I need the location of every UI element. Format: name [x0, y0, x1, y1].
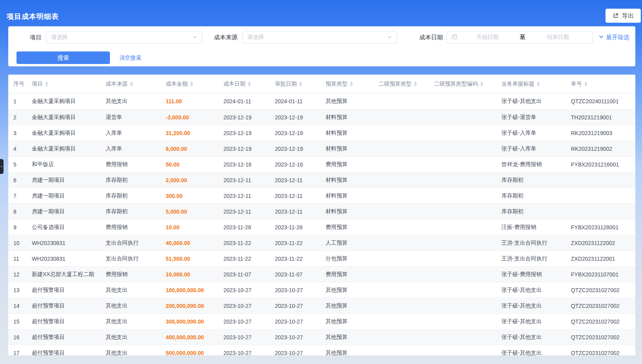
column-header-cost-date[interactable]: 成本日期 [223, 80, 275, 88]
cell-amount: 200,000,000.00 [166, 303, 223, 309]
drawer-toggle-handle[interactable]: ◂ [0, 159, 4, 174]
column-header-label: 业务单据标题 [501, 80, 534, 88]
sort-icon[interactable] [350, 82, 353, 86]
table-row[interactable]: 12新建XX总部大厦工程二期费用报销10,000.002023-11-07202… [8, 266, 635, 282]
cell-doc-title: 王洪-支出合同执行 [501, 240, 571, 247]
cell-approval-date: 2023-11-22 [275, 256, 326, 262]
cell-budget-type: 材料预算 [326, 192, 379, 199]
chevron-down-icon [192, 34, 197, 41]
table-row[interactable]: 4金融大厦采购项目入库单6,000.002023-12-192023-12-19… [8, 141, 635, 156]
column-header-index: 序号 [13, 80, 32, 88]
table-row[interactable]: 17超付预警项目其他支出500,000,000.002023-10-272023… [8, 345, 635, 355]
column-header-project[interactable]: 项目 [32, 80, 106, 88]
cell-index: 7 [13, 193, 32, 199]
cell-doc-no: TH20231219001 [571, 114, 635, 121]
cell-cost-date: 2023-11-22 [223, 256, 275, 262]
cell-budget-type: 其他预算 [326, 287, 379, 294]
cell-index: 6 [13, 177, 32, 183]
table-row[interactable]: 16超付预警项目其他支出400,000,000.002023-10-272023… [8, 329, 635, 345]
table-row[interactable]: 5和平饭店费用报销50.002023-12-162023-12-16费用预算曾祥… [8, 156, 635, 172]
cell-amount: 300,000,000.00 [166, 318, 223, 325]
table-row[interactable]: 15超付预警项目其他支出300,000,000.002023-10-272023… [8, 313, 635, 329]
clear-search-link[interactable]: 清空搜索 [119, 51, 141, 64]
cell-approval-date: 2023-10-27 [275, 287, 326, 293]
table-row[interactable]: 1金融大厦采购项目其他支出111.002024-01-112024-01-11其… [8, 93, 635, 109]
table-row[interactable]: 3金融大厦采购项目入库单31,200.002023-12-192023-12-1… [8, 125, 635, 141]
sort-icon[interactable] [480, 82, 483, 86]
cell-amount: -3,000.00 [166, 114, 223, 121]
calendar-icon [452, 34, 457, 41]
table-row[interactable]: 10WH20230831支出合同执行40,000.002023-11-22202… [8, 235, 635, 251]
chevron-down-icon [598, 34, 604, 41]
table-row[interactable]: 2金融大厦采购项目退货单-3,000.002023-12-192023-12-1… [8, 109, 635, 125]
table-row[interactable]: 8房建一期项目库存期初5,000.002023-12-112023-12-11材… [8, 203, 635, 219]
column-header-label: 项目 [32, 80, 43, 88]
cost-source-filter-label: 成本来源 [214, 31, 238, 44]
cell-project: 超付预警项目 [32, 349, 106, 356]
cell-approval-date: 2023-11-28 [275, 224, 326, 230]
export-button[interactable]: 导出 [605, 9, 641, 23]
cell-doc-no: ZXD20231122001 [571, 256, 635, 262]
cell-cost-date: 2023-10-27 [223, 334, 275, 340]
cell-amount: 51,500.00 [166, 256, 223, 262]
page-title: 项目成本明细表 [7, 12, 59, 21]
cell-amount: 10,000.00 [166, 271, 223, 278]
cell-budget-type: 其他预算 [326, 349, 379, 356]
column-header-budget-type[interactable]: 预算类型 [326, 80, 379, 88]
cell-project: 和平饭店 [32, 161, 106, 168]
column-header-sub-budget-code[interactable]: 二级预算类型编码 [434, 80, 501, 88]
cell-approval-date: 2023-12-19 [275, 114, 326, 121]
sort-icon[interactable] [45, 82, 48, 86]
cost-source-select-placeholder: 请选择 [247, 34, 387, 41]
sort-icon[interactable] [537, 82, 540, 86]
column-header-approval-date[interactable]: 审批日期 [275, 80, 326, 88]
sort-icon[interactable] [414, 82, 417, 86]
cell-doc-no: ZXD20231122002 [571, 240, 635, 246]
cell-cost-date: 2023-11-22 [223, 240, 275, 246]
search-button[interactable]: 搜索 [16, 51, 110, 64]
cell-budget-type: 材料预算 [326, 177, 379, 184]
sort-icon[interactable] [130, 82, 133, 86]
table-row[interactable]: 13超付预警项目其他支出100,000,000.002023-10-272023… [8, 282, 635, 298]
cell-doc-no: QTZC20231027002 [571, 303, 635, 309]
cost-date-range-input[interactable]: 开始日期 至 结束日期 [446, 31, 593, 44]
cell-cost-source: 费用报销 [106, 271, 166, 278]
column-header-cost-source[interactable]: 成本来源 [106, 80, 166, 88]
expand-filters-link[interactable]: 展开筛选 [598, 31, 629, 44]
cell-project: WH20230831 [32, 256, 106, 262]
column-header-doc-no[interactable]: 单号 [571, 80, 635, 88]
expand-filters-label: 展开筛选 [606, 34, 629, 41]
column-header-label: 二级预算类型 [379, 80, 412, 88]
cell-cost-source: 费用报销 [106, 224, 166, 231]
cell-budget-type: 其他预算 [326, 302, 379, 309]
cell-amount: 6,000.00 [166, 146, 223, 152]
cell-cost-date: 2023-12-16 [223, 161, 275, 168]
cell-cost-date: 2023-11-07 [223, 271, 275, 278]
project-filter-label: 项目 [30, 31, 42, 44]
cell-doc-title: 张子硕-费用报销 [501, 271, 571, 278]
cell-budget-type: 材料预算 [326, 145, 379, 152]
cost-source-select[interactable]: 请选择 [242, 31, 397, 44]
cell-project: 房建一期项目 [32, 208, 106, 215]
sort-icon[interactable] [299, 82, 302, 86]
table-row[interactable]: 6房建一期项目库存期初2,000.002023-12-112023-12-11材… [8, 172, 635, 188]
column-header-amount[interactable]: 成本金额 [166, 80, 223, 88]
column-header-doc-title[interactable]: 业务单据标题 [501, 80, 571, 88]
cell-doc-no: QTZC20231027002 [571, 287, 635, 293]
cell-doc-no: QTZC20231027002 [571, 350, 635, 356]
cell-amount: 50.00 [166, 161, 223, 168]
table-row[interactable]: 14超付预警项目其他支出200,000,000.002023-10-272023… [8, 298, 635, 313]
table-row[interactable]: 9公司备选项目费用报销10.002023-11-282023-11-28费用预算… [8, 219, 635, 235]
table-row[interactable]: 7房建一期项目库存期初300.002023-12-112023-12-11材料预… [8, 188, 635, 203]
sort-icon[interactable] [248, 82, 251, 86]
sort-icon[interactable] [190, 82, 193, 86]
cell-index: 4 [13, 146, 32, 152]
cell-project: 金融大厦采购项目 [32, 114, 106, 121]
project-select[interactable]: 请选择 [46, 31, 202, 44]
table-row[interactable]: 11WH20230831支出合同执行51,500.002023-11-22202… [8, 251, 635, 266]
cell-amount: 100,000,000.00 [166, 287, 223, 293]
cell-doc-title: 张子硕-入库单 [501, 145, 571, 152]
cell-index: 10 [13, 240, 32, 246]
sort-icon[interactable] [584, 82, 587, 86]
column-header-sub-budget-type[interactable]: 二级预算类型 [379, 80, 434, 88]
